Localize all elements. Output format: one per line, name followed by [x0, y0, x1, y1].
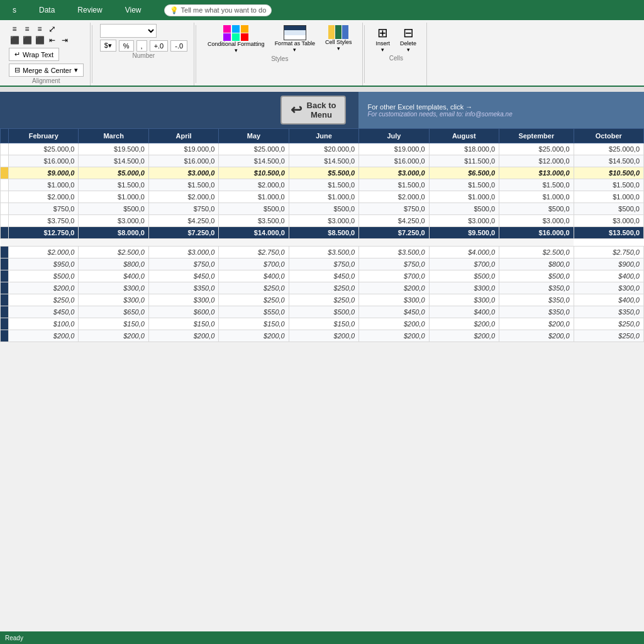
table-cell[interactable]: $3.500,0 [359, 247, 429, 258]
table-cell[interactable]: $200,0 [9, 330, 79, 342]
table-cell[interactable]: $250,0 [574, 318, 643, 330]
table-cell[interactable]: $350,0 [499, 294, 574, 306]
table-cell[interactable]: $3.000,0 [148, 167, 218, 179]
align-top-left-btn[interactable]: ≡ [9, 24, 20, 34]
table-cell[interactable]: $4.250,0 [359, 215, 429, 227]
increase-decimal-btn[interactable]: +.0 [150, 40, 169, 52]
table-cell[interactable]: $1.000,0 [289, 191, 358, 203]
table-cell[interactable]: $500,0 [289, 203, 358, 215]
table-cell[interactable]: $3.500,0 [219, 215, 289, 227]
table-cell[interactable]: $1.000,0 [219, 191, 289, 203]
table-cell[interactable]: $1.000,0 [9, 179, 79, 191]
table-cell[interactable]: $400,0 [79, 270, 148, 282]
text-orient-btn[interactable]: ⤢ [47, 24, 58, 34]
table-cell[interactable]: $9.000,0 [9, 167, 79, 179]
table-cell[interactable]: $950,0 [9, 258, 79, 270]
table-cell[interactable]: $1.500,0 [574, 179, 643, 191]
table-cell[interactable]: $2.000,0 [9, 247, 79, 258]
table-cell[interactable]: $900,0 [574, 258, 643, 270]
table-cell[interactable]: $16.000,0 [499, 227, 574, 239]
table-cell[interactable]: $9.500,0 [429, 227, 499, 239]
table-cell[interactable]: $2.750,0 [219, 247, 289, 258]
table-cell[interactable]: $2.500,0 [79, 247, 148, 258]
table-cell[interactable]: $700,0 [359, 270, 429, 282]
conditional-dropdown-icon[interactable]: ▾ [235, 47, 238, 53]
table-cell[interactable]: $200,0 [219, 330, 289, 342]
table-cell[interactable]: $750,0 [359, 258, 429, 270]
table-cell[interactable]: $300,0 [359, 294, 429, 306]
conditional-formatting-btn[interactable]: Conditional Formatting ▾ [204, 24, 269, 55]
table-cell[interactable]: $1.000,0 [429, 191, 499, 203]
table-cell[interactable]: $14.000,0 [219, 227, 289, 239]
table-cell[interactable]: $300,0 [429, 282, 499, 294]
table-cell[interactable]: $200,0 [79, 330, 148, 342]
table-cell[interactable]: $200,0 [499, 330, 574, 342]
table-cell[interactable]: $450,0 [9, 306, 79, 318]
table-cell[interactable]: $14.500,0 [574, 155, 643, 167]
table-cell[interactable]: $300,0 [79, 282, 148, 294]
table-cell[interactable]: $600,0 [148, 306, 218, 318]
table-cell[interactable]: $3.000,0 [429, 215, 499, 227]
insert-dropdown-icon[interactable]: ▾ [381, 47, 384, 53]
tab-s[interactable]: s [8, 3, 21, 17]
table-cell[interactable]: $200,0 [359, 318, 429, 330]
table-cell[interactable]: $650,0 [79, 306, 148, 318]
delete-btn[interactable]: ⊟ Delete ▾ [396, 24, 420, 54]
table-cell[interactable]: $25.000,0 [219, 143, 289, 155]
table-cell[interactable]: $300,0 [148, 294, 218, 306]
tab-view[interactable]: View [120, 3, 147, 17]
table-cell[interactable]: $500,0 [79, 203, 148, 215]
table-cell[interactable]: $13.000,0 [499, 167, 574, 179]
wrap-text-button[interactable]: ↵ Wrap Text [9, 48, 59, 61]
table-cell[interactable]: $800,0 [499, 258, 574, 270]
table-cell[interactable]: $250,0 [219, 294, 289, 306]
number-format-select[interactable] [100, 24, 157, 38]
table-cell[interactable]: $4.000,0 [429, 247, 499, 258]
table-cell[interactable]: $2.000,0 [148, 191, 218, 203]
table-cell[interactable]: $2.000,0 [359, 191, 429, 203]
table-cell[interactable]: $400,0 [429, 306, 499, 318]
table-cell[interactable]: $200,0 [359, 282, 429, 294]
table-cell[interactable]: $750,0 [359, 203, 429, 215]
table-cell[interactable]: $500,0 [9, 270, 79, 282]
accounting-btn[interactable]: $▾ [100, 40, 116, 52]
align-top-center-btn[interactable]: ≡ [21, 24, 33, 34]
table-cell[interactable]: $14.500,0 [219, 155, 289, 167]
table-cell[interactable]: $500,0 [499, 270, 574, 282]
table-cell[interactable]: $750,0 [289, 258, 358, 270]
table-cell[interactable]: $3.000,0 [574, 215, 643, 227]
table-cell[interactable]: $200,0 [429, 318, 499, 330]
table-cell[interactable]: $3.000,0 [499, 215, 574, 227]
table-cell[interactable]: $200,0 [148, 330, 218, 342]
table-cell[interactable]: $2.750,0 [574, 247, 643, 258]
table-cell[interactable]: $200,0 [359, 330, 429, 342]
table-cell[interactable]: $250,0 [574, 330, 643, 342]
table-cell[interactable]: $2.500,0 [499, 247, 574, 258]
table-cell[interactable]: $3.500,0 [289, 247, 358, 258]
table-cell[interactable]: $350,0 [148, 282, 218, 294]
format-table-btn[interactable]: Format as Table ▾ [271, 24, 319, 55]
table-cell[interactable]: $250,0 [219, 282, 289, 294]
cell-styles-btn[interactable]: Cell Styles ▾ [321, 24, 356, 55]
table-cell[interactable]: $16.000,0 [9, 155, 79, 167]
table-cell[interactable]: $400,0 [574, 294, 643, 306]
tab-review[interactable]: Review [72, 3, 107, 17]
align-top-right-btn[interactable]: ≡ [34, 24, 45, 34]
indent-decrease-btn[interactable]: ⇤ [47, 35, 58, 45]
table-cell[interactable]: $150,0 [219, 318, 289, 330]
table-cell[interactable]: $500,0 [219, 203, 289, 215]
table-cell[interactable]: $750,0 [148, 203, 218, 215]
table-cell[interactable]: $1.500,0 [148, 179, 218, 191]
table-cell[interactable]: $300,0 [574, 282, 643, 294]
table-cell[interactable]: $200,0 [499, 318, 574, 330]
table-cell[interactable]: $2.000,0 [9, 191, 79, 203]
align-left-btn[interactable]: ⬛ [9, 35, 20, 45]
table-cell[interactable]: $13.500,0 [574, 227, 643, 239]
table-cell[interactable]: $150,0 [79, 318, 148, 330]
table-cell[interactable]: $250,0 [289, 282, 358, 294]
tab-data[interactable]: Data [34, 3, 60, 17]
table-cell[interactable]: $1.500,0 [499, 179, 574, 191]
table-cell[interactable]: $200,0 [9, 282, 79, 294]
back-to-menu-button[interactable]: ↩ Back to Menu [280, 96, 347, 125]
table-cell[interactable]: $5.000,0 [79, 167, 148, 179]
